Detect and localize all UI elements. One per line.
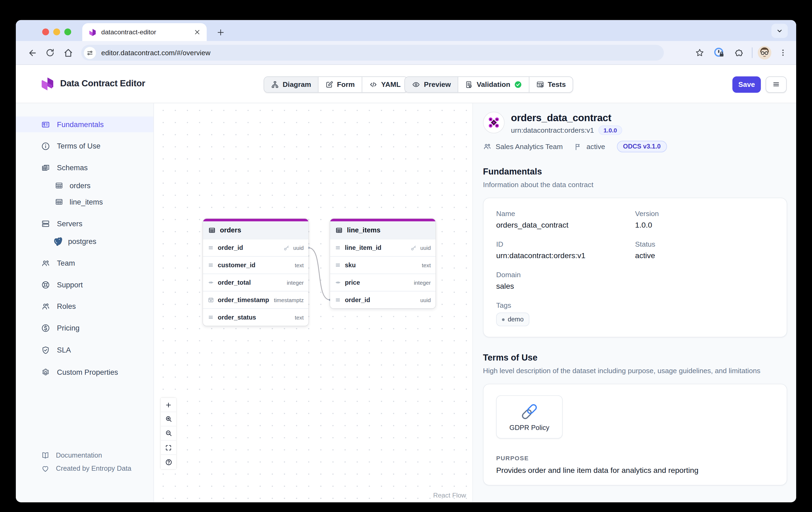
home-button[interactable] — [59, 44, 77, 62]
browser-tab[interactable]: datacontract-editor — [82, 23, 207, 41]
sidebar-item-created-by[interactable]: Created by Entropy Data — [16, 461, 153, 475]
minimize-window-button[interactable] — [53, 28, 60, 35]
validation-success-icon — [514, 81, 522, 88]
sidebar-item-pricing[interactable]: Pricing — [16, 320, 153, 336]
tab-validation[interactable]: Validation — [458, 77, 529, 92]
sidebar-item-sla[interactable]: SLA — [16, 342, 153, 358]
sidebar-item-servers[interactable]: Servers — [16, 215, 153, 231]
table-row[interactable]: order_status text — [203, 308, 309, 326]
name-value: orders_data_contract — [496, 221, 635, 229]
node-accent-bar — [330, 219, 435, 221]
toolbar-separator — [752, 48, 752, 58]
sidebar-item-terms-of-use[interactable]: Terms of Use — [16, 138, 153, 154]
sidebar-item-line-items[interactable]: line_items — [16, 194, 153, 210]
app-header: Data Contract Editor Diagram Form YAML P… — [16, 65, 796, 103]
back-button[interactable] — [23, 44, 41, 62]
sidebar-item-custom-properties[interactable]: Custom Properties — [16, 364, 153, 380]
tag-chip[interactable]: demo — [496, 312, 529, 326]
contract-urn: urn:datacontract:orders:v1 — [511, 126, 594, 134]
new-tab-button[interactable] — [213, 25, 228, 39]
schemas-icon — [41, 163, 50, 172]
table-row[interactable]: order_total integer — [203, 273, 309, 291]
table-row[interactable]: customer_id text — [203, 256, 309, 274]
table-row[interactable]: order_id uuid — [203, 239, 309, 256]
tab-search-chevron-button[interactable] — [772, 24, 788, 38]
url-text[interactable]: editor.datacontract.com/#/overview — [102, 49, 210, 57]
canvas-controls — [161, 398, 176, 469]
gdpr-policy-tile[interactable]: GDPR Policy — [496, 395, 562, 439]
code-icon — [369, 81, 377, 88]
table-row[interactable]: order_timestamp timestamptz — [203, 291, 309, 308]
profile-avatar[interactable] — [758, 46, 771, 60]
fundamentals-card: Name orders_data_contract Version 1.0.0 … — [483, 198, 787, 337]
sidebar-item-support[interactable]: Support — [16, 277, 153, 293]
odcs-badge: ODCS v3.1.0 — [617, 141, 667, 152]
section-subtitle-fundamentals: Information about the data contract — [483, 180, 773, 190]
terms-card: GDPR Policy PURPOSE Provides order and l… — [483, 384, 787, 485]
app-title: Data Contract Editor — [60, 79, 145, 89]
browser-menu-kebab-icon[interactable] — [775, 45, 791, 61]
table-row[interactable]: sku text — [330, 256, 435, 274]
domain-value: sales — [496, 282, 635, 290]
tag-dot — [502, 318, 505, 321]
add-button[interactable] — [161, 398, 176, 412]
bookmark-star-icon[interactable] — [692, 45, 708, 61]
table-row[interactable]: line_item_id uuid — [330, 239, 435, 256]
sidebar-item-postgres[interactable]: postgres — [16, 234, 153, 249]
tags-label: Tags — [496, 302, 774, 309]
tab-form[interactable]: Form — [318, 77, 362, 92]
table-row[interactable]: price integer — [330, 273, 435, 291]
reactflow-attribution[interactable]: React Flow — [433, 492, 466, 499]
node-header[interactable]: orders — [203, 221, 309, 239]
tab-tests[interactable]: Tests — [529, 77, 573, 92]
hamburger-icon — [772, 81, 780, 88]
tab-preview[interactable]: Preview — [405, 77, 458, 92]
table-row[interactable]: order_id uuid — [330, 291, 435, 308]
zoom-in-button[interactable] — [161, 412, 176, 426]
number-field-icon — [335, 279, 341, 286]
url-bar[interactable]: editor.datacontract.com/#/overview — [81, 45, 664, 61]
zoom-window-button[interactable] — [64, 28, 71, 35]
password-manager-icon[interactable] — [711, 45, 727, 61]
diagram-canvas[interactable]: orders order_id uuid customer_id text or… — [154, 103, 473, 502]
tab-diagram[interactable]: Diagram — [264, 77, 318, 92]
sidebar-item-fundamentals[interactable]: Fundamentals — [16, 117, 153, 132]
reload-button[interactable] — [41, 44, 59, 62]
text-field-icon — [335, 262, 341, 268]
extensions-puzzle-icon[interactable] — [731, 45, 747, 61]
section-heading-terms: Terms of Use — [483, 353, 787, 362]
view-switcher: Diagram Form YAML — [264, 76, 408, 92]
team-users-icon — [41, 259, 50, 267]
status-value: active — [635, 251, 774, 260]
text-field-icon — [208, 244, 214, 251]
help-button[interactable] — [161, 455, 176, 469]
version-badge: 1.0.0 — [598, 125, 622, 135]
validation-doc-icon — [465, 81, 473, 88]
node-orders[interactable]: orders order_id uuid customer_id text or… — [203, 219, 309, 326]
text-field-icon — [208, 262, 214, 268]
favicon — [88, 28, 96, 36]
tab-close-icon[interactable] — [194, 29, 201, 35]
tab-title: datacontract-editor — [102, 28, 194, 36]
save-button[interactable]: Save — [732, 76, 761, 92]
node-header[interactable]: line_items — [330, 221, 435, 239]
tests-table-icon — [536, 81, 544, 88]
sidebar-item-schemas[interactable]: Schemas — [16, 160, 153, 176]
app-menu-button[interactable] — [765, 76, 787, 92]
sidebar-item-documentation[interactable]: Documentation — [16, 449, 153, 461]
primary-key-icon — [283, 244, 290, 251]
brand: Data Contract Editor — [40, 76, 145, 92]
sidebar-item-roles[interactable]: Roles — [16, 298, 153, 314]
sidebar-item-orders[interactable]: orders — [16, 178, 153, 193]
node-line-items[interactable]: line_items line_item_id uuid sku text pr… — [330, 219, 435, 308]
site-settings-icon[interactable] — [84, 47, 96, 59]
zoom-out-button[interactable] — [161, 426, 176, 441]
lifebuoy-icon — [41, 280, 50, 289]
close-window-button[interactable] — [42, 28, 49, 35]
status-text: active — [586, 143, 605, 150]
tab-yaml[interactable]: YAML — [361, 77, 407, 92]
section-subtitle-terms: High level description of the dataset in… — [483, 366, 773, 377]
sidebar-item-team[interactable]: Team — [16, 255, 153, 271]
status-label: Status — [635, 240, 774, 248]
fit-view-button[interactable] — [161, 441, 176, 455]
